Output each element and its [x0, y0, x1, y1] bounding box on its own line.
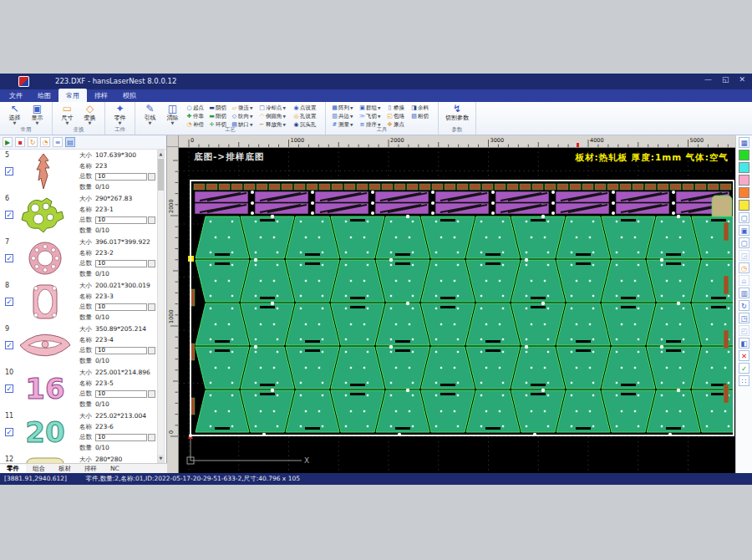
- part-total-spinner[interactable]: [148, 390, 155, 398]
- detail-view-icon[interactable]: ▤: [65, 137, 75, 147]
- part-list-item[interactable]: 7✓大小396.017*399.922名称223-2总数数量0/10: [0, 237, 167, 280]
- menu-tab-排样[interactable]: 排样: [87, 89, 115, 102]
- part-list-item[interactable]: 10✓16大小225.001*214.896名称223-5总数数量0/10: [0, 367, 167, 410]
- part-total-input[interactable]: [95, 347, 147, 354]
- part-total-input[interactable]: [95, 303, 147, 311]
- ribbon-button-显示[interactable]: ▣显示▼: [26, 104, 48, 125]
- confirm-icon[interactable]: ✓: [739, 363, 749, 374]
- menu-tab-常用[interactable]: 常用: [58, 89, 87, 102]
- restore-button[interactable]: ◱: [722, 75, 729, 84]
- parts-scrollbar[interactable]: ▲ ▼: [157, 150, 165, 463]
- frame2-icon[interactable]: ◰: [739, 325, 749, 336]
- time-icon[interactable]: ◔: [40, 137, 50, 147]
- fill-icon[interactable]: ◧: [739, 338, 749, 349]
- display-icon-3[interactable]: ▢: [739, 237, 749, 248]
- delete-icon[interactable]: ✕: [739, 350, 749, 361]
- part-total-input[interactable]: [95, 216, 147, 224]
- ribbon-button-阵列[interactable]: ▦阵列▼: [331, 104, 358, 112]
- part-checkbox[interactable]: ✓: [5, 167, 13, 176]
- minimize-button[interactable]: —: [704, 75, 712, 84]
- part-list-item[interactable]: 5✓大小107.639*300名称223总数数量0/10: [0, 150, 167, 193]
- part-list-item[interactable]: 12✓大小280*280名称总数数量0/10: [0, 454, 167, 463]
- part-list-item[interactable]: 8✓大小200.021*300.019名称223-3总数数量0/10: [0, 280, 167, 323]
- ribbon-button-阴切[interactable]: ▬阴切: [208, 104, 231, 112]
- ribbon-button-共边[interactable]: ▥共边▼: [331, 112, 358, 120]
- part-total-spinner[interactable]: [148, 260, 155, 267]
- swatch-pink[interactable]: [739, 175, 749, 186]
- ribbon-button-粗切[interactable]: ▨粗切: [410, 112, 434, 120]
- array-icon[interactable]: ∷: [739, 375, 749, 386]
- part-list-item[interactable]: 9✓大小350.89*205.214名称223-4总数数量0/10: [0, 323, 167, 367]
- part-checkbox[interactable]: ✓: [5, 384, 13, 393]
- part-list-item[interactable]: 6✓大小290*267.83名称223-1总数数量0/10: [0, 193, 167, 237]
- ribbon-button-飞切[interactable]: ≫飞切▼: [358, 112, 386, 120]
- refresh-icon[interactable]: ↻: [28, 137, 38, 147]
- rotate-icon[interactable]: ↻: [739, 300, 749, 311]
- part-total-spinner[interactable]: [148, 347, 155, 354]
- clock-icon[interactable]: ◷: [739, 262, 749, 273]
- display-icon-1[interactable]: ▢: [739, 212, 749, 223]
- ribbon-button-群组[interactable]: ▣群组▼: [358, 104, 386, 112]
- ribbon-button-倒圆角[interactable]: ◠倒圆角▼: [258, 112, 292, 120]
- close-button[interactable]: ✕: [739, 75, 745, 84]
- part-total-input[interactable]: [95, 434, 147, 441]
- part-total-input[interactable]: [95, 390, 147, 398]
- swatch-orange[interactable]: [739, 187, 749, 198]
- sidebar-tab-板材[interactable]: 板材: [52, 465, 78, 473]
- scroll-up-icon[interactable]: ▲: [158, 150, 164, 158]
- part-checkbox[interactable]: ✓: [5, 298, 13, 306]
- scroll-down-icon[interactable]: ▼: [158, 455, 164, 462]
- delete-part-icon[interactable]: ▪: [15, 137, 25, 147]
- ribbon-button-余料[interactable]: ◨余料: [410, 104, 434, 112]
- drawing-canvas[interactable]: X 底图->排样底图 板材:热轧板 厚度:1mm 气体:空气: [179, 147, 735, 473]
- part-total-spinner[interactable]: [148, 173, 155, 181]
- sidebar-tab-排样[interactable]: 排样: [78, 465, 104, 473]
- ribbon-button-孔设置[interactable]: ◎孔设置: [292, 112, 322, 120]
- home-icon[interactable]: ⌂: [739, 275, 749, 286]
- part-checkbox[interactable]: ✓: [5, 211, 13, 219]
- display-icon-2[interactable]: ▣: [739, 225, 749, 236]
- menu-tab-绘图[interactable]: 绘图: [30, 89, 58, 102]
- ribbon-button-阳切[interactable]: ▬阳切: [208, 112, 231, 120]
- swatch-green[interactable]: [739, 150, 749, 160]
- ribbon-button-冷却点[interactable]: □冷却点▼: [258, 104, 292, 112]
- sidebar-tab-组合[interactable]: 组合: [26, 465, 52, 473]
- ribbon-button-清除[interactable]: ◫清除▼: [161, 104, 184, 125]
- part-total-spinner[interactable]: [148, 303, 155, 311]
- ribbon-button-停靠[interactable]: ✚停靠: [185, 112, 208, 120]
- ribbon-button-引线[interactable]: ✎引线▼: [139, 104, 161, 125]
- swatch-yellow[interactable]: [739, 200, 749, 211]
- board-icon[interactable]: ▦: [739, 137, 749, 148]
- ribbon-button-点设置[interactable]: ◉点设置: [292, 104, 322, 112]
- ribbon-button-切割参数[interactable]: ↯切割参数: [442, 104, 472, 121]
- 桥接-icon: ▯: [386, 104, 394, 111]
- ribbon-button-尺寸[interactable]: ▭尺寸▼: [56, 104, 79, 125]
- import-part-icon[interactable]: ▶: [3, 137, 13, 147]
- ribbon-button-零件[interactable]: ✦零件▼: [109, 104, 131, 125]
- sidebar-tab-零件[interactable]: 零件: [0, 465, 26, 473]
- ribbon-button-选择[interactable]: ↖选择▼: [3, 104, 26, 125]
- ribbon-button-变换[interactable]: ◇变换▼: [79, 104, 101, 125]
- part-checkbox[interactable]: ✓: [5, 254, 13, 262]
- ribbon-button-微连[interactable]: ▱微连▼: [231, 104, 258, 112]
- ribbon-button-起点[interactable]: ○起点: [185, 104, 208, 112]
- ribbon-button-包络[interactable]: ◱包络: [386, 112, 410, 120]
- frame-icon[interactable]: ◳: [739, 313, 749, 323]
- part-checkbox[interactable]: ✓: [5, 428, 13, 436]
- scroll-thumb[interactable]: [158, 159, 164, 191]
- part-checkbox[interactable]: ✓: [5, 341, 13, 349]
- part-total-input[interactable]: [95, 260, 147, 267]
- transform-icon[interactable]: ◲: [739, 250, 749, 261]
- part-total-input[interactable]: [95, 173, 147, 181]
- menu-tab-模拟[interactable]: 模拟: [115, 89, 144, 102]
- menu-tab-文件[interactable]: 文件: [2, 89, 30, 102]
- part-list-item[interactable]: 11✓20大小225.02*213.004名称223-6总数数量0/10: [0, 410, 167, 454]
- ribbon-button-桥接[interactable]: ▯桥接: [386, 104, 410, 112]
- part-total-spinner[interactable]: [148, 216, 155, 224]
- list-view-icon[interactable]: ≡: [53, 137, 63, 147]
- sidebar-tab-NC[interactable]: NC: [104, 465, 126, 472]
- swatch-cyan[interactable]: [739, 162, 749, 173]
- ribbon-button-纹向[interactable]: ◇纹向▼: [231, 112, 258, 120]
- part-total-spinner[interactable]: [148, 434, 155, 441]
- panel-icon[interactable]: ▥: [739, 288, 749, 298]
